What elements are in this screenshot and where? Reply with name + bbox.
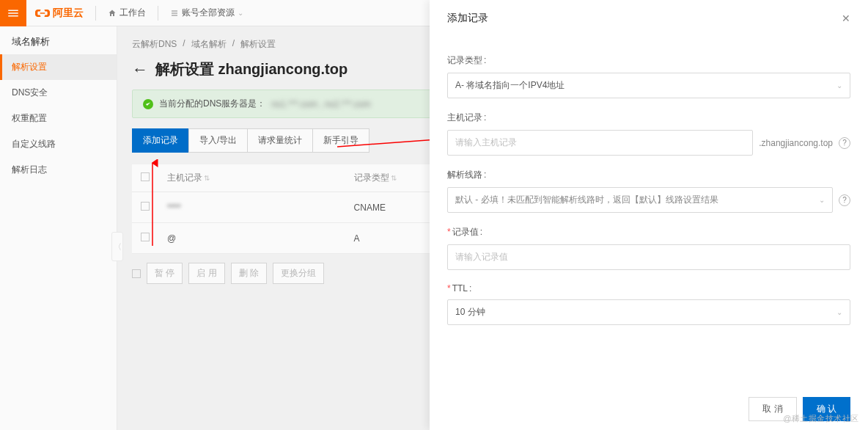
field-record-value: *记录值: 请输入记录值 <box>447 226 850 270</box>
drawer-header: 添加记录 ✕ <box>430 0 868 37</box>
host-suffix: .zhangjiancong.top <box>759 138 833 148</box>
label-host: 主机记录 <box>447 112 482 123</box>
add-record-drawer: 添加记录 ✕ 记录类型: A- 将域名指向一个IPV4地址 ⌄ 主机记录: 请输… <box>430 0 868 430</box>
field-host-record: 主机记录: 请输入主机记录 .zhangjiancong.top ? <box>447 112 850 156</box>
chevron-down-icon: ⌄ <box>836 81 842 90</box>
watermark: @稀土掘金技术社区 <box>783 413 859 424</box>
record-value-input[interactable]: 请输入记录值 <box>447 244 850 270</box>
help-icon[interactable]: ? <box>839 194 850 206</box>
drawer-title: 添加记录 <box>447 12 488 25</box>
chevron-down-icon: ⌄ <box>836 308 842 316</box>
type-select-value: A- 将域名指向一个IPV4地址 <box>455 79 564 92</box>
host-record-input[interactable]: 请输入主机记录 <box>447 130 753 156</box>
field-resolve-line: 解析线路: 默认 - 必填！未匹配到智能解析线路时，返回【默认】线路设置结果 ⌄… <box>447 169 850 213</box>
record-type-select[interactable]: A- 将域名指向一个IPV4地址 ⌄ <box>447 73 850 98</box>
field-ttl: *TTL: 10 分钟 ⌄ <box>447 283 850 325</box>
field-record-type: 记录类型: A- 将域名指向一个IPV4地址 ⌄ <box>447 54 850 98</box>
label-line: 解析线路 <box>447 170 482 180</box>
resolve-line-select[interactable]: 默认 - 必填！未匹配到智能解析线路时，返回【默认】线路设置结果 ⌄ <box>447 187 833 213</box>
label-ttl: TTL <box>452 283 468 294</box>
help-icon[interactable]: ? <box>839 137 850 149</box>
chevron-down-icon: ⌄ <box>819 196 825 204</box>
close-icon[interactable]: ✕ <box>842 12 850 24</box>
ttl-select[interactable]: 10 分钟 ⌄ <box>447 299 850 325</box>
ttl-select-value: 10 分钟 <box>455 306 485 318</box>
drawer-body: 记录类型: A- 将域名指向一个IPV4地址 ⌄ 主机记录: 请输入主机记录 .… <box>430 37 868 388</box>
label-value: 记录值 <box>452 227 479 237</box>
label-type: 记录类型 <box>447 55 482 65</box>
line-select-value: 默认 - 必填！未匹配到智能解析线路时，返回【默认】线路设置结果 <box>455 194 718 206</box>
